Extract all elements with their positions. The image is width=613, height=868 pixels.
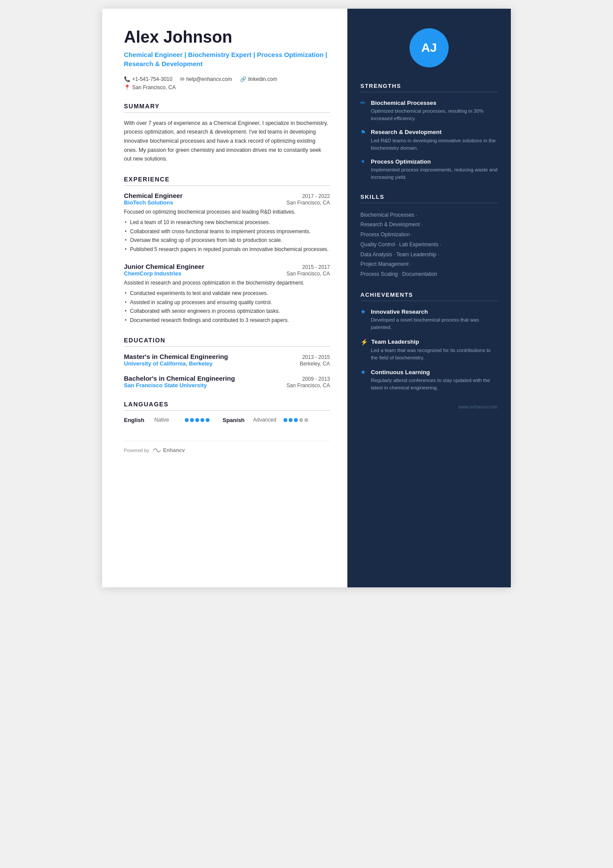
job-company-row-2: ChemCorp Industries San Francisco, CA: [124, 270, 330, 277]
education-section: EDUCATION Master's in Chemical Engineeri…: [124, 337, 330, 389]
skills-line: Biochemical Processes ·: [360, 210, 498, 220]
right-column: AJ STRENGTHS ✏ Biochemical Processes Opt…: [347, 9, 511, 587]
lang-dots-spanish: [283, 418, 308, 422]
skills-line: Project Management ·: [360, 259, 498, 269]
strength-desc-1: Optimized biochemical processes, resulti…: [360, 107, 498, 123]
achievement-icon-3: ★: [360, 369, 367, 375]
strength-header-1: ✏ Biochemical Processes: [360, 99, 498, 106]
strength-desc-2: Led R&D teams in developing innovative s…: [360, 137, 498, 152]
dot: [304, 418, 308, 422]
bullet-item: Assisted in scaling up processes and ens…: [124, 298, 330, 307]
education-title: EDUCATION: [124, 337, 330, 347]
job-bullets-2: Conducted experiments to test and valida…: [124, 289, 330, 324]
edu-entry-1: Master's in Chemical Engineering 2013 - …: [124, 353, 330, 367]
logo-icon: [153, 447, 161, 453]
languages-row: English Native Spanish Advanced: [124, 417, 330, 423]
achievement-title-2: Team Leadership: [371, 338, 419, 345]
dot: [299, 418, 303, 422]
enhancv-logo: Enhancv: [153, 447, 185, 453]
linkedin-url: linkedin.com: [248, 76, 277, 82]
degree-2: Bachelor's in Chemical Engineering: [124, 375, 235, 382]
dot: [283, 418, 287, 422]
achievement-header-2: ⚡ Team Leadership: [360, 338, 498, 345]
bullet-item: Collaborated with cross-functional teams…: [124, 228, 330, 236]
summary-section: SUMMARY With over 7 years of experience …: [124, 103, 330, 164]
location-row: 📍 San Francisco, CA: [124, 84, 330, 90]
linkedin-contact: 🔗 linkedin.com: [240, 76, 277, 82]
footer: Powered by Enhancv: [124, 441, 330, 453]
email-icon: ✉: [180, 76, 184, 82]
candidate-name: Alex Johnson: [124, 28, 330, 47]
experience-section: EXPERIENCE Chemical Engineer 2017 - 2022…: [124, 176, 330, 325]
strength-header-3: ✴ Process Optimization: [360, 158, 498, 165]
link-icon: 🔗: [240, 76, 247, 82]
job-desc-2: Assisted in research and process optimiz…: [124, 279, 330, 287]
location-text: San Francisco, CA: [132, 84, 176, 90]
dot: [190, 418, 194, 422]
achievement-desc-3: Regularly attend conferences to stay upd…: [360, 377, 498, 392]
company-name-2: ChemCorp Industries: [124, 270, 181, 277]
edu-header-2: Bachelor's in Chemical Engineering 2009 …: [124, 375, 330, 382]
languages-title: LANGUAGES: [124, 401, 330, 411]
job-dates-2: 2015 - 2017: [302, 264, 330, 270]
achievement-header-3: ★ Continuous Learning: [360, 369, 498, 375]
skills-line: Quality Control · Lab Experiments ·: [360, 240, 498, 250]
dot: [185, 418, 189, 422]
achievement-desc-2: Led a team that was recognized for its c…: [360, 347, 498, 362]
candidate-title: Chemical Engineer | Biochemistry Expert …: [124, 50, 330, 68]
strength-item-1: ✏ Biochemical Processes Optimized bioche…: [360, 99, 498, 123]
skills-line: Process Optimization ·: [360, 230, 498, 240]
strength-title-2: Research & Development: [371, 129, 442, 135]
skills-line: Data Analysis · Team Leadership ·: [360, 250, 498, 260]
bullet-item: Documented research findings and contrib…: [124, 316, 330, 325]
dot: [206, 418, 210, 422]
strength-title-1: Biochemical Processes: [371, 100, 436, 106]
phone-icon: 📞: [124, 76, 130, 82]
edu-location-2: San Francisco, CA: [287, 382, 330, 389]
skills-title: SKILLS: [360, 194, 498, 203]
avatar: AJ: [410, 28, 449, 67]
achievement-header-1: ★ Innovative Research: [360, 308, 498, 315]
strength-item-2: ⚑ Research & Development Led R&D teams i…: [360, 129, 498, 152]
achievements-title: ACHIEVEMENTS: [360, 292, 498, 301]
job-bullets-1: Led a team of 10 in researching new bioc…: [124, 218, 330, 253]
achievement-icon-1: ★: [360, 308, 367, 315]
degree-1: Master's in Chemical Engineering: [124, 353, 228, 360]
dot: [294, 418, 298, 422]
achievement-title-3: Continuous Learning: [371, 369, 430, 375]
skills-list: Biochemical Processes · Research & Devel…: [360, 210, 498, 280]
bullet-item: Led a team of 10 in researching new bioc…: [124, 218, 330, 227]
achievement-title-1: Innovative Research: [371, 308, 428, 315]
lang-dots-english: [185, 418, 210, 422]
phone-number: +1-541-754-3010: [132, 76, 172, 82]
job-entry-1: Chemical Engineer 2017 - 2022 BioTech So…: [124, 192, 330, 253]
achievement-item-1: ★ Innovative Research Developed a novel …: [360, 308, 498, 332]
strength-icon-1: ✏: [360, 99, 367, 106]
email-address: help@enhancv.com: [186, 76, 232, 82]
edu-school-row-2: San Francisco State University San Franc…: [124, 382, 330, 389]
job-title-1: Chemical Engineer: [124, 192, 183, 199]
strength-icon-2: ⚑: [360, 129, 367, 136]
skills-section: SKILLS Biochemical Processes · Research …: [360, 194, 498, 280]
job-location-1: San Francisco, CA: [287, 200, 330, 206]
job-entry-2: Junior Chemical Engineer 2015 - 2017 Che…: [124, 263, 330, 324]
edu-dates-2: 2009 - 2013: [302, 376, 330, 382]
edu-dates-1: 2013 - 2015: [302, 354, 330, 360]
bullet-item: Oversaw the scaling up of processes from…: [124, 236, 330, 245]
job-header-1: Chemical Engineer 2017 - 2022: [124, 192, 330, 199]
job-company-row-1: BioTech Solutions San Francisco, CA: [124, 199, 330, 206]
bullet-item: Published 5 research papers in reputed j…: [124, 245, 330, 254]
header: Alex Johnson Chemical Engineer | Biochem…: [124, 28, 330, 90]
job-location-2: San Francisco, CA: [287, 271, 330, 277]
job-dates-1: 2017 - 2022: [302, 193, 330, 199]
achievements-section: ACHIEVEMENTS ★ Innovative Research Devel…: [360, 292, 498, 392]
location-contact: 📍 San Francisco, CA: [124, 84, 176, 90]
job-title-2: Junior Chemical Engineer: [124, 263, 204, 270]
language-english: English Native: [124, 417, 210, 423]
strength-item-3: ✴ Process Optimization Implemented proce…: [360, 158, 498, 181]
brand-name: Enhancv: [163, 447, 185, 453]
school-name-2: San Francisco State University: [124, 382, 207, 389]
job-header-2: Junior Chemical Engineer 2015 - 2017: [124, 263, 330, 270]
achievement-desc-1: Developed a novel biochemical process th…: [360, 316, 498, 332]
lang-level-spanish: Advanced: [253, 417, 279, 423]
